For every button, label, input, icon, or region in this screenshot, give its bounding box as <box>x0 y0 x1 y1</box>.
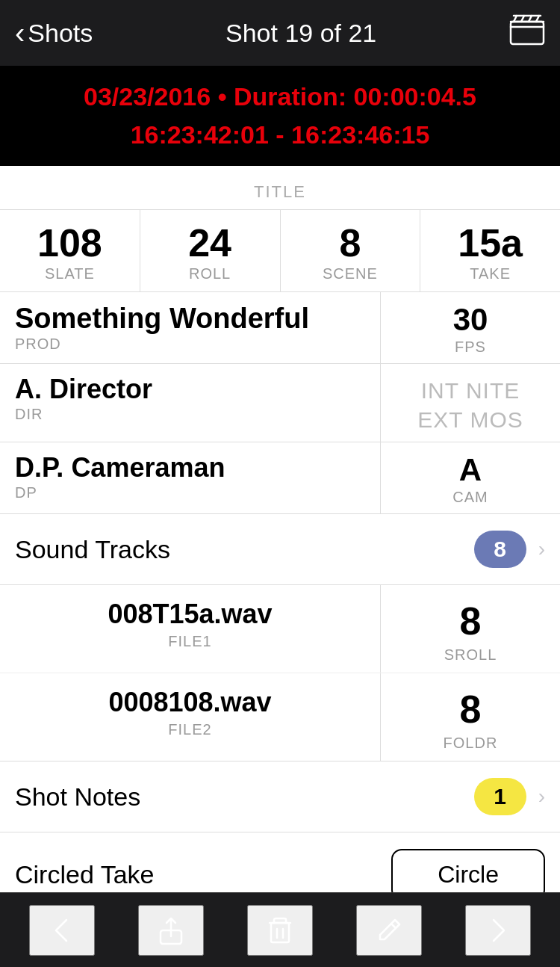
share-button[interactable] <box>138 905 204 956</box>
take-label: TAKE <box>428 265 553 282</box>
sound-tracks-row[interactable]: Sound Tracks 8 › <box>0 514 560 585</box>
datetime-line2: 16:23:42:01 - 16:23:46:15 <box>15 116 545 154</box>
director-left: A. Director DIR <box>0 364 381 442</box>
scene-label: SCENE <box>288 265 413 282</box>
slate-value: 108 <box>7 223 132 262</box>
trash-icon <box>264 914 296 947</box>
fps-value: 30 <box>396 304 545 336</box>
int-nite-value: INT NITE <box>396 376 545 405</box>
files-section: 008T15a.wav FILE1 8 SROLL 0008108.wav FI… <box>0 585 560 761</box>
file2-row: 0008108.wav FILE2 8 FOLDR <box>0 673 560 761</box>
foldr-right: 8 FOLDR <box>381 673 560 761</box>
prod-row: Something Wonderful PROD 30 FPS <box>0 292 560 364</box>
back-label: Shots <box>28 19 93 48</box>
dp-left: D.P. Cameraman DP <box>0 442 381 513</box>
scene-cell: 8 SCENE <box>281 210 421 291</box>
sound-tracks-label: Sound Tracks <box>15 535 474 564</box>
roll-label: ROLL <box>148 265 273 282</box>
cam-label: CAM <box>396 489 545 506</box>
circled-take-label: Circled Take <box>15 860 391 889</box>
director-label: DIR <box>15 406 365 423</box>
nav-bar: ‹ Shots Shot 19 of 21 <box>0 0 560 66</box>
svg-rect-10 <box>271 923 289 942</box>
file1-value: 008T15a.wav <box>15 599 365 630</box>
prod-value: Something Wonderful <box>15 304 365 333</box>
file2-label: FILE2 <box>15 721 365 738</box>
sroll-right: 8 SROLL <box>381 585 560 673</box>
edit-icon <box>373 914 405 947</box>
shot-notes-chevron-icon: › <box>538 785 545 809</box>
roll-value: 24 <box>148 223 273 262</box>
dp-value: D.P. Cameraman <box>15 454 365 481</box>
datetime-banner: 03/23/2016 • Duration: 00:00:04.5 16:23:… <box>0 66 560 166</box>
fps-right: 30 FPS <box>381 292 560 363</box>
take-cell: 15a TAKE <box>420 210 560 291</box>
dp-row: D.P. Cameraman DP A CAM <box>0 442 560 514</box>
director-value: A. Director <box>15 376 365 403</box>
chevron-right-icon: › <box>538 537 545 561</box>
share-icon <box>155 914 187 947</box>
foldr-label: FOLDR <box>396 735 545 752</box>
ext-mos-value: EXT MOS <box>396 405 545 434</box>
file2-left: 0008108.wav FILE2 <box>0 673 381 761</box>
take-value: 15a <box>428 223 553 262</box>
nav-title: Shot 19 of 21 <box>225 19 376 48</box>
next-button[interactable] <box>465 905 531 956</box>
chevron-left-icon <box>46 914 78 947</box>
prod-left: Something Wonderful PROD <box>0 292 381 363</box>
prod-label: PROD <box>15 336 365 353</box>
slate-cell: 108 SLATE <box>0 210 140 291</box>
director-row: A. Director DIR INT NITE EXT MOS <box>0 364 560 442</box>
file2-value: 0008108.wav <box>15 687 365 718</box>
chevron-left-icon: ‹ <box>15 18 25 48</box>
svg-rect-0 <box>511 22 544 44</box>
cam-right: A CAM <box>381 442 560 513</box>
section-title-label: TITLE <box>0 166 560 210</box>
shot-notes-badge: 1 <box>474 778 526 815</box>
delete-button[interactable] <box>247 905 313 956</box>
back-button[interactable]: ‹ Shots <box>15 18 93 48</box>
file1-left: 008T15a.wav FILE1 <box>0 585 381 673</box>
cam-value: A <box>396 454 545 486</box>
foldr-value: 8 <box>396 687 545 732</box>
sroll-value: 8 <box>396 599 545 643</box>
shot-notes-label: Shot Notes <box>15 782 474 812</box>
roll-cell: 24 ROLL <box>140 210 281 291</box>
slate-row: 108 SLATE 24 ROLL 8 SCENE 15a TAKE <box>0 210 560 292</box>
chevron-right-icon <box>482 914 514 947</box>
dp-label: DP <box>15 484 365 501</box>
slate-label: SLATE <box>7 265 132 282</box>
file1-label: FILE1 <box>15 633 365 650</box>
clapboard-icon[interactable] <box>509 14 545 52</box>
svg-line-13 <box>391 924 396 928</box>
datetime-line1: 03/23/2016 • Duration: 00:00:04.5 <box>15 78 545 116</box>
sound-tracks-badge: 8 <box>474 531 526 568</box>
shot-notes-row[interactable]: Shot Notes 1 › <box>0 761 560 832</box>
file1-row: 008T15a.wav FILE1 8 SROLL <box>0 585 560 673</box>
prev-button[interactable] <box>29 905 95 956</box>
bottom-toolbar <box>0 892 560 967</box>
edit-button[interactable] <box>356 905 422 956</box>
scene-value: 8 <box>288 223 413 262</box>
fps-label: FPS <box>396 339 545 356</box>
sroll-label: SROLL <box>396 646 545 664</box>
int-ext-right: INT NITE EXT MOS <box>381 364 560 442</box>
